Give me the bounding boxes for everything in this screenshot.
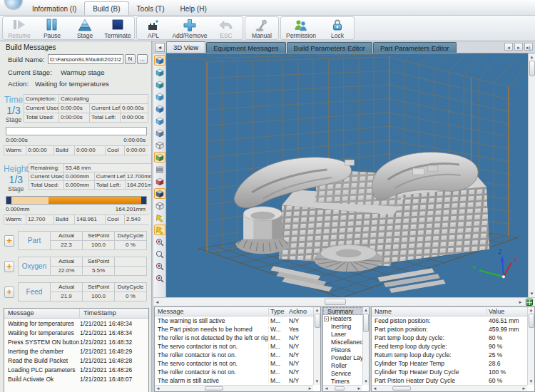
tree-vertical-scrollbar[interactable]: ▲ ▼ bbox=[362, 307, 369, 385]
pan-view-icon[interactable] bbox=[154, 79, 165, 90]
back-view-icon[interactable] bbox=[154, 103, 165, 114]
column-header-name[interactable]: Name bbox=[372, 308, 487, 315]
resume-button[interactable]: Resume bbox=[3, 17, 36, 39]
build-name-input[interactable] bbox=[48, 54, 123, 64]
rotate-view-icon[interactable] bbox=[154, 67, 165, 78]
menu-tools[interactable]: Tools (T) bbox=[129, 2, 173, 15]
tree-item-summary[interactable]: Summary bbox=[323, 307, 362, 315]
tab-scroll-left-button[interactable]: ◄ bbox=[155, 43, 165, 52]
stage-button[interactable]: Stage bbox=[68, 17, 101, 39]
table-row[interactable]: The servo contactor is not on.M...N/Y bbox=[155, 359, 313, 368]
scroll-left-icon[interactable]: ◄ bbox=[323, 386, 330, 391]
scrollbar-thumb[interactable] bbox=[529, 61, 535, 76]
parameter-vertical-scrollbar[interactable]: ▲ ▼ bbox=[527, 307, 534, 385]
table-row[interactable]: The servo contactor is not on.M...N/Y bbox=[155, 342, 313, 351]
tree-item-service[interactable]: Service bbox=[323, 370, 362, 378]
tree-item-roller[interactable]: Roller bbox=[323, 362, 362, 370]
table-row[interactable]: Cylinder Top Heater Duty Cycle100 % bbox=[372, 368, 527, 376]
tree-item-inerting[interactable]: Inerting bbox=[323, 323, 362, 331]
table-row[interactable]: The alarm is still activeM...N/Y bbox=[155, 376, 313, 385]
terminate-button[interactable]: Terminate bbox=[101, 17, 134, 39]
shaded-view-icon[interactable] bbox=[154, 188, 165, 199]
permission-button[interactable]: Permission bbox=[281, 17, 321, 39]
tab-build-parameters-editor[interactable]: Build Parameters Editor bbox=[287, 42, 372, 53]
zoom-out-icon[interactable] bbox=[154, 249, 165, 259]
log-header-message[interactable]: Message bbox=[4, 309, 80, 318]
esc-button[interactable]: ESC bbox=[210, 17, 243, 39]
table-row[interactable]: Waiting for temperatures1/21/2021 16:48:… bbox=[4, 328, 148, 337]
scrollbar-thumb[interactable] bbox=[529, 314, 534, 328]
table-row[interactable]: Waiting for temperatures1/21/2021 16:48:… bbox=[4, 319, 148, 328]
scroll-down-icon[interactable]: ▼ bbox=[529, 378, 534, 385]
table-row[interactable]: Loading PLC parameters1/21/2021 16:48:26 bbox=[4, 365, 148, 374]
table-row[interactable]: The roller contactor is not on.M...N/Y bbox=[155, 351, 313, 359]
column-header-type[interactable]: Type bbox=[269, 308, 287, 315]
message-log-horizontal-scrollbar[interactable]: ◄ ► bbox=[155, 385, 313, 391]
table-row[interactable]: Part piston position:459.99 mm bbox=[372, 325, 527, 334]
table-row[interactable]: The roller is not detected by the left o… bbox=[155, 334, 313, 342]
tab-prev-button[interactable]: ◂ bbox=[504, 43, 513, 51]
layers-icon[interactable] bbox=[154, 164, 165, 175]
scroll-down-icon[interactable]: ▼ bbox=[315, 378, 320, 385]
scrollbar-thumb[interactable] bbox=[325, 299, 346, 305]
zoom-in-icon[interactable] bbox=[154, 237, 165, 247]
scrollbar-thumb[interactable] bbox=[363, 314, 369, 332]
section-view-icon[interactable] bbox=[154, 176, 165, 187]
front-view-icon[interactable] bbox=[154, 91, 165, 102]
pick-part-icon[interactable] bbox=[154, 212, 165, 223]
tab-equipment-messages[interactable]: Equipment Messages bbox=[206, 42, 285, 53]
table-row[interactable]: Feed piston position:406.51 mm bbox=[372, 316, 527, 325]
app-logo-icon[interactable] bbox=[4, 0, 23, 10]
select-part-icon[interactable] bbox=[154, 225, 165, 235]
column-header-value[interactable]: Value bbox=[487, 308, 527, 315]
feed-expand-button[interactable]: + bbox=[4, 287, 14, 298]
scrollbar-thumb[interactable] bbox=[205, 386, 223, 391]
bounding-box-icon[interactable] bbox=[154, 200, 165, 211]
scroll-left-icon[interactable]: ◄ bbox=[372, 386, 378, 391]
table-row[interactable]: Build Activate Ok1/21/2021 16:48:07 bbox=[4, 374, 148, 383]
scrollbar-thumb[interactable] bbox=[392, 386, 411, 391]
table-row[interactable]: The warning is still activeM...N/Y bbox=[155, 316, 313, 325]
tree-item-pistons[interactable]: Pistons bbox=[323, 346, 362, 354]
fit-view-button[interactable] bbox=[524, 298, 534, 306]
log-header-timestamp[interactable]: TimeStamp bbox=[80, 309, 148, 318]
scroll-down-icon[interactable]: ▼ bbox=[530, 290, 534, 297]
table-row[interactable]: Inerting the chamber1/21/2021 16:48:29 bbox=[4, 346, 148, 356]
menu-build[interactable]: Build (B) bbox=[84, 1, 128, 15]
tree-item-laser[interactable]: Laser bbox=[323, 331, 362, 339]
scroll-up-icon[interactable]: ▲ bbox=[315, 307, 320, 314]
tree-item-powder-layer[interactable]: Powder Layer bbox=[323, 354, 362, 362]
menu-help[interactable]: Help (H) bbox=[173, 2, 215, 15]
column-header-ackno[interactable]: Ackno bbox=[287, 308, 313, 315]
oxygen-expand-button[interactable]: + bbox=[4, 261, 14, 272]
table-row[interactable]: Read the Build Packet1/21/2021 16:48:28 bbox=[4, 356, 148, 365]
column-header-message[interactable]: Message bbox=[155, 308, 269, 315]
tree-horizontal-scrollbar[interactable]: ◄ ► bbox=[323, 385, 362, 391]
scroll-up-icon[interactable]: ▲ bbox=[529, 307, 534, 314]
table-row[interactable]: The roller contactor is not on.M...N/Y bbox=[155, 368, 313, 376]
message-log-vertical-scrollbar[interactable]: ▲ ▼ bbox=[313, 307, 320, 385]
lock-button[interactable]: Lock bbox=[321, 17, 354, 39]
table-row[interactable]: Press SYSTEM ON button1/21/2021 16:48:32 bbox=[4, 337, 148, 346]
parameter-horizontal-scrollbar[interactable]: ◄ ► bbox=[372, 385, 527, 391]
scroll-left-icon[interactable]: ◄ bbox=[155, 386, 161, 391]
3d-viewport[interactable]: Y Z X bbox=[166, 53, 528, 297]
zoom-fit-icon[interactable] bbox=[154, 273, 165, 284]
table-row[interactable]: Part temp loop duty cycle:80 % bbox=[372, 334, 527, 342]
scroll-right-icon[interactable]: ► bbox=[516, 300, 524, 304]
iso-view-icon[interactable] bbox=[154, 55, 165, 66]
build-name-more-button[interactable]: ... bbox=[137, 54, 148, 64]
tab-3d-view[interactable]: 3D View bbox=[166, 41, 205, 53]
viewport-vertical-scrollbar[interactable]: ▲ ▼ bbox=[528, 53, 535, 297]
expand-icon[interactable]: + bbox=[324, 316, 329, 321]
viewport-horizontal-scrollbar[interactable]: ◄ ► bbox=[153, 297, 535, 306]
scrollbar-thumb[interactable] bbox=[335, 386, 345, 391]
scroll-up-icon[interactable]: ▲ bbox=[364, 307, 368, 314]
table-row[interactable]: Feed temp loop duty cycle:90 % bbox=[372, 342, 527, 351]
table-row[interactable]: Return temp loop duty cycle:25 % bbox=[372, 351, 527, 359]
tree-item-heaters[interactable]: + Heaters bbox=[323, 315, 362, 323]
tree-item-miscellaneous[interactable]: Miscellaneous bbox=[323, 339, 362, 346]
scroll-down-icon[interactable]: ▼ bbox=[364, 378, 368, 385]
left-view-icon[interactable] bbox=[154, 115, 165, 126]
pause-button[interactable]: Pause bbox=[36, 17, 68, 39]
